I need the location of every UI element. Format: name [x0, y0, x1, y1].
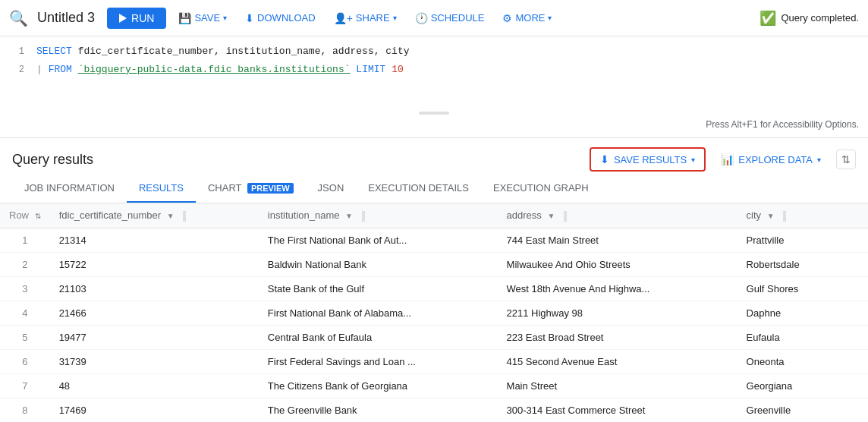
editor-area[interactable]: 1 SELECT fdic_certificate_number, instit…: [0, 36, 868, 138]
run-button[interactable]: RUN: [107, 8, 166, 29]
cell-institution: The First National Bank of Aut...: [259, 228, 498, 252]
code-line-1: 1 SELECT fdic_certificate_number, instit…: [0, 43, 868, 61]
scroll-handle[interactable]: [0, 109, 868, 118]
save-results-label: SAVE RESULTS: [614, 154, 687, 165]
table-header: Row ⇅ fdic_certificate_number ▼ institut…: [0, 203, 868, 228]
explore-chevron: ▾: [817, 156, 821, 164]
cell-institution: State Bank of the Gulf: [259, 276, 498, 301]
chart-tab-label: CHART: [208, 182, 241, 194]
tab-execution-details[interactable]: EXECUTION DETAILS: [356, 175, 481, 203]
fdic-sort-icon[interactable]: ▼: [167, 212, 175, 220]
cell-institution: Baldwin National Bank: [259, 252, 498, 276]
cell-address: 223 East Broad Street: [498, 325, 737, 349]
share-label: SHARE: [356, 12, 390, 24]
cell-institution: First Federal Savings and Loan ...: [259, 349, 498, 373]
addr-resize-handle[interactable]: [564, 211, 567, 222]
download-button[interactable]: ⬇ DOWNLOAD: [239, 8, 322, 29]
line-number-1: 1: [6, 45, 24, 58]
table-row: 7 48 The Citizens Bank of Georgiana Main…: [0, 373, 868, 398]
cell-address: Main Street: [498, 373, 737, 398]
inst-resize-handle[interactable]: [362, 211, 365, 222]
download-label: DOWNLOAD: [257, 12, 316, 24]
col-header-city[interactable]: city ▼: [737, 203, 868, 228]
cell-fdic: 21314: [50, 228, 259, 252]
explore-data-button[interactable]: 📊 EXPLORE DATA ▾: [715, 149, 827, 170]
cell-fdic: 17469: [50, 398, 259, 416]
cell-row-num: 3: [0, 276, 50, 301]
table-row: 1 21314 The First National Bank of Aut..…: [0, 228, 868, 252]
code-line-2: 2 | FROM `bigquery-public-data.fdic_bank…: [0, 61, 868, 79]
cell-city: Prattville: [737, 228, 868, 252]
addr-sort-icon[interactable]: ▼: [547, 212, 555, 220]
cell-fdic: 31739: [50, 349, 259, 373]
app-title: Untitled 3: [37, 10, 95, 26]
cell-institution: The Greenville Bank: [259, 398, 498, 416]
check-circle-icon: ✅: [760, 10, 776, 27]
schedule-button[interactable]: 🕐 SCHEDULE: [409, 8, 491, 29]
cell-row-num: 5: [0, 325, 50, 349]
explore-data-label: EXPLORE DATA: [738, 154, 813, 165]
tab-results[interactable]: RESULTS: [127, 175, 196, 203]
save-icon: 💾: [178, 12, 191, 24]
cell-institution: First National Bank of Alabama...: [259, 301, 498, 325]
more-button[interactable]: ⚙ MORE ▾: [496, 8, 558, 29]
cell-city: Georgiana: [737, 373, 868, 398]
share-button[interactable]: 👤+ SHARE ▾: [328, 8, 403, 29]
search-icon: 🔍: [9, 9, 28, 27]
save-label: SAVE: [194, 12, 220, 24]
row-filter-icon[interactable]: ⇅: [35, 212, 41, 220]
save-chevron: ▾: [223, 14, 227, 22]
accessibility-hint: Press Alt+F1 for Accessibility Options.: [0, 118, 868, 131]
col-header-institution[interactable]: institution_name ▼: [259, 203, 498, 228]
cell-fdic: 48: [50, 373, 259, 398]
tab-execution-graph[interactable]: EXECUTION GRAPH: [481, 175, 601, 203]
cell-address: West 18th Avenue And Highwa...: [498, 276, 737, 301]
table-row: 6 31739 First Federal Savings and Loan .…: [0, 349, 868, 373]
save-results-button[interactable]: ⬇ SAVE RESULTS ▾: [590, 147, 706, 172]
results-actions: ⬇ SAVE RESULTS ▾ 📊 EXPLORE DATA ▾ ⇅: [590, 147, 856, 172]
cell-address: 300-314 East Commerce Street: [498, 398, 737, 416]
results-tabs: JOB INFORMATION RESULTS CHART PREVIEW JS…: [0, 175, 868, 203]
cell-address: 744 East Main Street: [498, 228, 737, 252]
table-row: 4 21466 First National Bank of Alabama..…: [0, 301, 868, 325]
more-label: MORE: [515, 12, 545, 24]
run-label: RUN: [131, 12, 154, 24]
fdic-resize-handle[interactable]: [183, 211, 186, 222]
col-header-fdic[interactable]: fdic_certificate_number ▼: [50, 203, 259, 228]
schedule-label: SCHEDULE: [431, 12, 485, 24]
gear-icon: ⚙: [502, 12, 512, 24]
more-chevron: ▾: [548, 14, 552, 22]
table-row: 8 17469 The Greenville Bank 300-314 East…: [0, 398, 868, 416]
city-resize-handle[interactable]: [783, 211, 786, 222]
cell-city: Oneonta: [737, 349, 868, 373]
cell-institution: Central Bank of Eufaula: [259, 325, 498, 349]
cell-city: Gulf Shores: [737, 276, 868, 301]
cell-row-num: 2: [0, 252, 50, 276]
cell-fdic: 21103: [50, 276, 259, 301]
cell-institution: The Citizens Bank of Georgiana: [259, 373, 498, 398]
table-row: 5 19477 Central Bank of Eufaula 223 East…: [0, 325, 868, 349]
save-button[interactable]: 💾 SAVE ▾: [172, 8, 233, 29]
tab-job-information[interactable]: JOB INFORMATION: [12, 175, 127, 203]
save-results-chevron: ▾: [691, 156, 695, 164]
table-row: 3 21103 State Bank of the Gulf West 18th…: [0, 276, 868, 301]
play-icon: [119, 14, 127, 23]
tab-json[interactable]: JSON: [306, 175, 357, 203]
inst-sort-icon[interactable]: ▼: [345, 212, 353, 220]
results-table-container[interactable]: Row ⇅ fdic_certificate_number ▼ institut…: [0, 203, 868, 416]
preview-badge: PREVIEW: [247, 183, 294, 194]
col-header-row: Row ⇅: [0, 203, 50, 228]
expand-button[interactable]: ⇅: [836, 150, 856, 169]
top-bar: 🔍 Untitled 3 RUN 💾 SAVE ▾ ⬇ DOWNLOAD 👤+ …: [0, 0, 868, 36]
tab-chart[interactable]: CHART PREVIEW: [196, 175, 306, 203]
query-status: ✅ Query completed.: [760, 10, 859, 27]
cell-row-num: 4: [0, 301, 50, 325]
expand-icon: ⇅: [841, 153, 851, 165]
results-table: Row ⇅ fdic_certificate_number ▼ institut…: [0, 203, 868, 416]
cell-row-num: 8: [0, 398, 50, 416]
cell-address: 2211 Highway 98: [498, 301, 737, 325]
col-header-address[interactable]: address ▼: [498, 203, 737, 228]
schedule-icon: 🕐: [415, 12, 428, 24]
city-sort-icon[interactable]: ▼: [767, 212, 775, 220]
cell-address: Milwaukee And Ohio Streets: [498, 252, 737, 276]
